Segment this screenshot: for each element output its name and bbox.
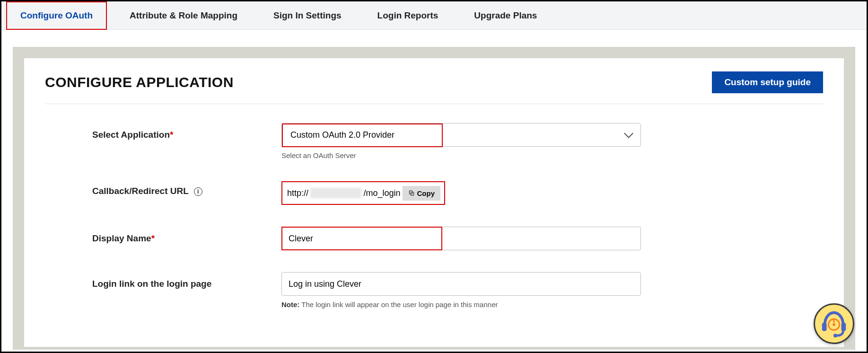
required-marker: * <box>170 130 173 140</box>
tab-upgrade-plans[interactable]: Upgrade Plans <box>461 1 550 30</box>
label-login-link: Login link on the login page <box>45 272 281 289</box>
callback-url-box: http:// /mo_login Copy <box>281 181 445 205</box>
copy-button-label: Copy <box>417 189 435 197</box>
tab-configure-oauth[interactable]: Configure OAuth <box>6 1 107 30</box>
row-display-name: Display Name* <box>45 227 823 250</box>
label-select-application-text: Select Application <box>92 130 170 140</box>
info-icon[interactable]: i <box>194 187 202 196</box>
login-link-input[interactable] <box>281 272 641 296</box>
row-callback-url: Callback/Redirect URL i http:// /mo_logi… <box>45 181 823 205</box>
support-widget[interactable] <box>814 303 854 344</box>
login-link-note: Note: The login link will appear on the … <box>281 300 823 309</box>
login-link-note-bold: Note: <box>281 300 299 309</box>
panel-header: CONFIGURE APPLICATION Custom setup guide <box>45 71 823 104</box>
tab-bar: Configure OAuth Attribute & Role Mapping… <box>1 1 867 30</box>
page-title: CONFIGURE APPLICATION <box>45 74 234 90</box>
svg-rect-7 <box>833 319 835 323</box>
required-marker: * <box>151 233 155 243</box>
label-callback-url-text: Callback/Redirect URL <box>92 186 188 196</box>
select-application-value: Custom OAuth 2.0 Provider <box>290 130 395 140</box>
row-select-application: Select Application* Custom OAuth 2.0 Pro… <box>45 123 823 159</box>
chevron-down-icon <box>624 129 633 138</box>
label-select-application: Select Application* <box>45 123 281 140</box>
display-name-input[interactable] <box>281 227 641 250</box>
configure-application-panel: CONFIGURE APPLICATION Custom setup guide… <box>24 58 844 347</box>
svg-rect-2 <box>822 323 827 331</box>
callback-url-prefix: http:// <box>287 188 308 198</box>
label-display-name-text: Display Name <box>92 233 151 243</box>
content-outer: CONFIGURE APPLICATION Custom setup guide… <box>13 47 855 350</box>
copy-icon <box>408 190 415 196</box>
callback-url-suffix: /mo_login <box>363 188 400 198</box>
row-login-link: Login link on the login page Note: The l… <box>45 272 823 309</box>
copy-button[interactable]: Copy <box>403 186 441 201</box>
svg-rect-3 <box>842 323 846 331</box>
svg-point-6 <box>833 323 835 326</box>
label-callback-url: Callback/Redirect URL i <box>45 181 281 196</box>
tab-sign-in-settings[interactable]: Sign In Settings <box>260 1 355 30</box>
label-display-name: Display Name* <box>45 227 281 244</box>
callback-url-redacted <box>310 188 361 198</box>
login-link-note-text: The login link will appear on the user l… <box>299 300 498 309</box>
tab-login-reports[interactable]: Login Reports <box>364 1 452 30</box>
custom-setup-guide-button[interactable]: Custom setup guide <box>712 71 823 93</box>
headset-icon <box>819 309 849 338</box>
select-application-dropdown[interactable]: Custom OAuth 2.0 Provider <box>281 123 641 147</box>
tab-attribute-role-mapping[interactable]: Attribute & Role Mapping <box>116 1 251 30</box>
select-application-helper: Select an OAuth Server <box>281 151 823 159</box>
svg-point-4 <box>833 334 837 337</box>
